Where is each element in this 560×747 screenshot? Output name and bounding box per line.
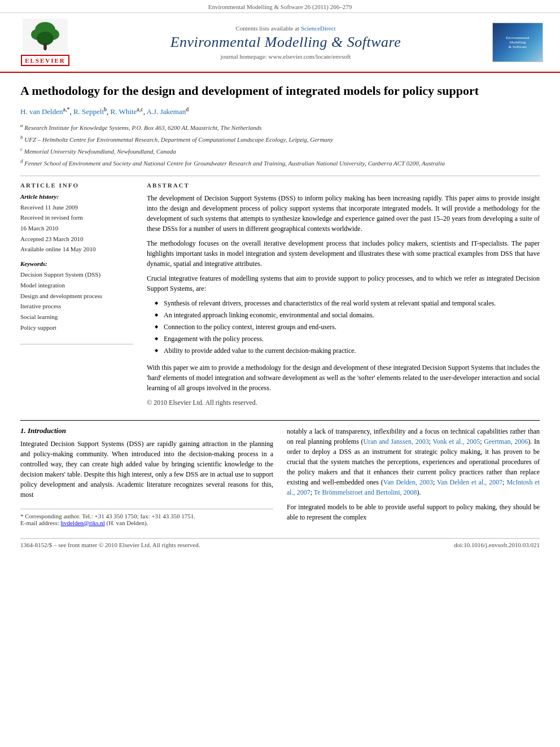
journal-title: Environmental Modelling & Software: [85, 34, 487, 51]
top-meta: Environmental Modelling & Software 26 (2…: [0, 0, 560, 13]
footnote-corresponding: * Corresponding author. Tel.: +31 43 350…: [20, 513, 273, 519]
copyright-line: © 2010 Elsevier Ltd. All rights reserved…: [147, 397, 540, 408]
article-wrapper: A methodology for the design and develop…: [0, 73, 560, 558]
email-link[interactable]: hvdelden@riks.nl: [60, 519, 104, 526]
history-dates: Received 11 June 2009 Received in revise…: [20, 202, 133, 255]
footnote-email: E-mail address: hvdelden@riks.nl (H. van…: [20, 519, 273, 526]
abstract-column: ABSTRACT The development of Decision Sup…: [147, 182, 540, 412]
ref-uran-janssen[interactable]: Uran and Janssen, 2003: [364, 438, 429, 445]
intro-right-para-2: For integrated models to be able to prov…: [287, 502, 540, 522]
doi-text: doi:10.1016/j.envsoft.2010.03.021: [454, 541, 540, 548]
bullet-4: Engagement with the policy process.: [156, 334, 540, 344]
journal-homepage: journal homepage: www.elsevier.com/locat…: [85, 53, 487, 60]
affiliation-a: a Research Institute for Knowledge Syste…: [20, 121, 540, 133]
keywords-section: Keywords: Decision Support System (DSS) …: [20, 260, 133, 333]
author-seppelt[interactable]: R. Seppelt: [73, 107, 104, 116]
ref-brommelstroet[interactable]: Te Brömmelstroet and Bertolini, 2008: [314, 488, 417, 496]
article-history: Article history: Received 11 June 2009 R…: [20, 193, 133, 255]
header-left: ELSEVIER: [11, 19, 79, 66]
ref-geertman[interactable]: Geertman, 2006: [484, 438, 528, 445]
bullet-2: An integrated approach linking economic,…: [156, 310, 540, 321]
bottom-bar: 1364-8152/$ – see front matter © 2010 El…: [20, 538, 540, 548]
divider-1: [20, 176, 540, 176]
abstract-bullet-list: Synthesis of relevant drivers, processes…: [156, 298, 540, 357]
contents-text: Contents lists available at: [235, 25, 299, 32]
intro-para-1: Integrated Decision Support Systems (DSS…: [20, 439, 273, 500]
author-jakeman[interactable]: A.J. Jakeman: [146, 107, 186, 116]
journal-header: ELSEVIER Contents lists available at Sci…: [0, 13, 560, 73]
intro-left-col: 1. Introduction Integrated Decision Supp…: [20, 426, 273, 527]
svg-rect-7: [44, 46, 46, 50]
section-heading: 1. Introduction: [20, 426, 273, 435]
elsevier-label: ELSEVIER: [21, 55, 69, 66]
abstract-heading: ABSTRACT: [147, 182, 540, 189]
author-white[interactable]: R. White: [111, 107, 137, 116]
two-col-section: ARTICLE INFO Article history: Received 1…: [20, 182, 540, 412]
bullet-1: Synthesis of relevant drivers, processes…: [156, 298, 540, 309]
keywords-list: Decision Support System (DSS) Model inte…: [20, 269, 133, 333]
journal-reference: Environmental Modelling & Software 26 (2…: [208, 3, 352, 10]
issn-text: 1364-8152/$ – see front matter © 2010 El…: [20, 541, 200, 548]
header-right: EnvironmentalModelling& Software: [492, 23, 549, 62]
footnote-area: * Corresponding author. Tel.: +31 43 350…: [20, 509, 273, 526]
ref-vandelden-2007[interactable]: Van Delden et al., 2007: [437, 478, 502, 486]
authors-line: H. van Deldena,*, R. Seppeltb, R. Whitea…: [20, 105, 540, 118]
abstract-para-3: Crucial integrative features of modellin…: [147, 273, 540, 294]
info-divider: [20, 344, 133, 344]
affiliation-c: c Memorial University Newfoundland, Newf…: [20, 145, 540, 156]
affiliations: a Research Institute for Knowledge Syste…: [20, 121, 540, 169]
article-info-heading: ARTICLE INFO: [20, 182, 133, 189]
svg-point-6: [43, 43, 47, 46]
intro-right-para-1: notably a lack of transparency, inflexib…: [287, 426, 540, 497]
sciencedirect-link[interactable]: ScienceDirect: [301, 25, 336, 32]
introduction-section: 1. Introduction Integrated Decision Supp…: [20, 426, 540, 527]
article-info-column: ARTICLE INFO Article history: Received 1…: [20, 182, 133, 412]
bullet-3: Connection to the policy context, intere…: [156, 322, 540, 333]
author-van-delden[interactable]: H. van Delden: [20, 107, 63, 116]
ref-vonk[interactable]: Vonk et al., 2005: [433, 438, 480, 445]
section-divider: [20, 420, 540, 421]
affiliation-d: d Fenner School of Environment and Socie…: [20, 157, 540, 168]
intro-right-col: notably a lack of transparency, inflexib…: [287, 426, 540, 527]
affiliation-b: b UFZ – Helmholtz Centre for Environment…: [20, 133, 540, 145]
bullet-5: Ability to provide added value to the cu…: [156, 346, 540, 356]
sciencedirect-text: Contents lists available at ScienceDirec…: [85, 25, 487, 32]
history-label: Article history:: [20, 193, 133, 200]
ref-vandelden-2003[interactable]: Van Delden, 2003: [383, 478, 433, 486]
journal-cover-image: EnvironmentalModelling& Software: [492, 23, 543, 62]
abstract-closing: With this paper we aim to provide a meth…: [147, 362, 540, 393]
abstract-para-1: The development of Decision Support Syst…: [147, 193, 540, 234]
article-title: A methodology for the design and develop…: [20, 83, 540, 99]
keywords-label: Keywords:: [20, 260, 133, 267]
abstract-para-2: The methodology focuses on the overall i…: [147, 238, 540, 269]
elsevier-tree-logo: [23, 19, 68, 53]
header-center: Contents lists available at ScienceDirec…: [85, 25, 487, 60]
